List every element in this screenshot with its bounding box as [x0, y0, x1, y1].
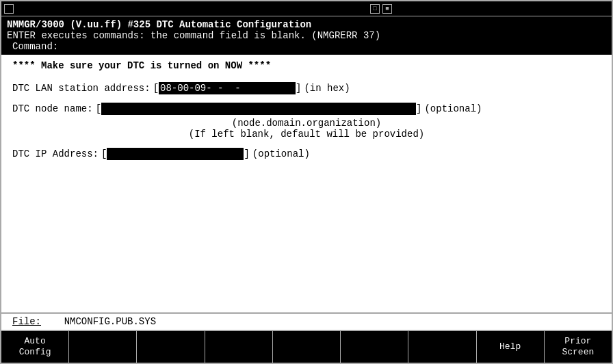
footer-area: File: NMCONFIG.PUB.SYS	[1, 313, 612, 330]
fn-button-6	[341, 331, 408, 363]
lan-input[interactable]	[159, 82, 296, 94]
command-line: Command:	[7, 41, 606, 55]
ip-row: DTC IP Address: [ ] (optional)	[12, 148, 601, 160]
node-hint2: (If left blank, default will be provided…	[12, 129, 601, 140]
bracket-close-node: ]	[416, 103, 421, 114]
bracket-open-lan: [	[153, 83, 159, 94]
function-bar: Auto Config Help Prior Screen	[1, 330, 612, 363]
main-content: **** Make sure your DTC is turned on NOW…	[1, 55, 612, 313]
main-window: □ ■ NMMGR/3000 (V.uu.ff) #325 DTC Automa…	[0, 0, 613, 364]
node-input[interactable]	[101, 103, 416, 115]
node-suffix: (optional)	[424, 103, 482, 114]
title-bar: □ ■	[1, 1, 612, 16]
node-hints: (node.domain.organization) (If left blan…	[12, 118, 601, 140]
lan-row: DTC LAN station address: [ ] (in hex)	[12, 82, 601, 94]
bracket-close-lan: ]	[296, 83, 301, 94]
close-button[interactable]: ■	[382, 4, 392, 14]
fn-button-3	[137, 331, 205, 363]
fn-button-2	[69, 331, 137, 363]
ip-label: DTC IP Address:	[12, 148, 99, 159]
ip-suffix: (optional)	[252, 148, 310, 159]
node-label: DTC node name:	[12, 103, 93, 114]
lan-suffix: (in hex)	[304, 83, 350, 94]
bracket-open-node: [	[96, 103, 101, 114]
restore-button[interactable]: □	[370, 4, 380, 14]
fn-button-7	[408, 331, 476, 363]
node-row: DTC node name: [ ] (optional)	[12, 103, 601, 115]
fn-button-help[interactable]: Help	[477, 331, 545, 363]
bracket-close-ip: ]	[244, 148, 249, 159]
minimize-button[interactable]	[4, 4, 14, 14]
lan-label: DTC LAN station address:	[12, 83, 151, 94]
header-block: NMMGR/3000 (V.uu.ff) #325 DTC Automatic …	[1, 16, 612, 55]
fn-button-5	[273, 331, 341, 363]
title-bar-controls	[4, 4, 14, 14]
footer-file-label: File:	[12, 316, 41, 327]
fn-button-prior-screen[interactable]: Prior Screen	[545, 331, 612, 363]
bracket-open-ip: [	[101, 148, 107, 159]
node-hint1: (node.domain.organization)	[12, 118, 601, 129]
fn-button-auto-config[interactable]: Auto Config	[1, 331, 69, 363]
footer-spacing	[47, 316, 58, 327]
ip-input[interactable]	[107, 148, 244, 160]
footer-file-name: NMCONFIG.PUB.SYS	[64, 316, 156, 327]
command-label: Command:	[12, 41, 58, 52]
notice-text: **** Make sure your DTC is turned on NOW…	[12, 60, 601, 71]
fn-button-4	[205, 331, 273, 363]
header-message: ENTER executes commands: the command fie…	[7, 30, 606, 41]
header-title: NMMGR/3000 (V.uu.ff) #325 DTC Automatic …	[7, 19, 606, 30]
